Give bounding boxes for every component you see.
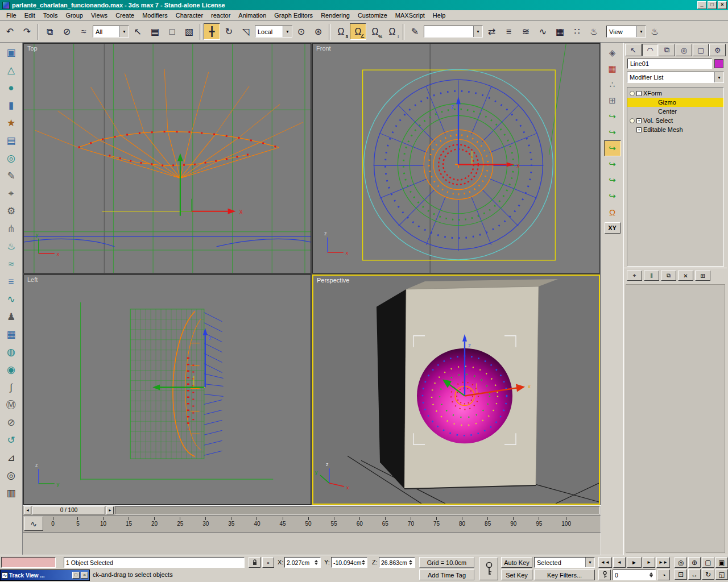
- render-type-dropdown[interactable]: View ▼: [606, 26, 646, 38]
- sphere-primitive-icon[interactable]: ●: [2, 79, 20, 97]
- pan-button[interactable]: ↔: [688, 569, 701, 580]
- box-primitive-icon[interactable]: ▣: [2, 44, 20, 61]
- previous-key-arrow[interactable]: ◄: [24, 506, 31, 514]
- unlink-selection-icon[interactable]: ⊘: [59, 23, 75, 40]
- x-coord-field[interactable]: 2.027cm: [284, 557, 321, 568]
- show-end-result-button[interactable]: ‖: [644, 271, 659, 281]
- figure-icon[interactable]: ♟: [2, 308, 20, 326]
- stack-lines-icon[interactable]: ≡: [2, 273, 20, 290]
- next-key-arrow[interactable]: ►: [106, 506, 114, 514]
- render-scene-icon[interactable]: ♨: [586, 23, 602, 40]
- time-slider-track[interactable]: [115, 506, 599, 514]
- menu-help[interactable]: Help: [429, 11, 450, 20]
- droplet-icon[interactable]: ◉: [2, 361, 20, 379]
- min-max-toggle-button[interactable]: ◱: [715, 569, 728, 580]
- zoom-extents-all-button[interactable]: ▣: [715, 557, 728, 568]
- stack-gizmo[interactable]: Gizmo: [627, 98, 723, 107]
- named-selection-dropdown[interactable]: ▼: [424, 26, 483, 38]
- magnify-tool-icon[interactable]: ⌖: [2, 185, 20, 202]
- add-time-tag-field[interactable]: Add Time Tag: [419, 569, 474, 580]
- tab-display[interactable]: ▢: [693, 44, 709, 56]
- y-coord-field[interactable]: -10.094cm: [331, 557, 367, 568]
- auto-key-button[interactable]: Auto Key: [501, 557, 532, 568]
- viewport-label-front[interactable]: Front: [316, 45, 331, 52]
- left-viewport[interactable]: z z y Left: [23, 275, 311, 505]
- trackview-close-button[interactable]: ×: [81, 572, 88, 579]
- key-selection-dropdown[interactable]: Selected ▼: [534, 557, 595, 568]
- next-frame-button[interactable]: ►: [643, 557, 655, 568]
- tab-motion[interactable]: ◎: [676, 44, 692, 56]
- select-by-name-icon[interactable]: ▤: [147, 23, 163, 40]
- curve-editor-icon[interactable]: ∿: [535, 23, 551, 40]
- menu-tools[interactable]: Tools: [39, 11, 62, 20]
- use-center-icon[interactable]: ⊙: [293, 23, 309, 40]
- window-crossing-icon[interactable]: ▧: [181, 23, 197, 40]
- expander-icon[interactable]: +: [636, 118, 642, 123]
- tab-hierarchy[interactable]: ⧉: [659, 44, 675, 56]
- spacewarp-hook-icon-6[interactable]: ↪: [604, 188, 621, 204]
- select-object-icon[interactable]: ↖: [130, 23, 146, 40]
- rectangular-region-icon[interactable]: □: [164, 23, 180, 40]
- xy-constraint-button[interactable]: XY: [605, 222, 621, 234]
- chart-icon[interactable]: ⊿: [2, 449, 20, 467]
- minimize-button[interactable]: _: [697, 1, 706, 9]
- x-spinner[interactable]: [313, 558, 318, 567]
- spacewarp-hook-icon-5[interactable]: ↪: [604, 172, 621, 188]
- m-badge-icon[interactable]: Ⓜ: [2, 396, 20, 414]
- menu-rendering[interactable]: Rendering: [317, 11, 354, 20]
- previous-frame-button[interactable]: ◄: [613, 557, 626, 568]
- select-and-move-icon[interactable]: ╋: [204, 23, 220, 40]
- redo-icon[interactable]: ↷: [19, 23, 35, 40]
- tab-create[interactable]: ↖: [625, 44, 642, 56]
- spacewarp-hook-icon-1[interactable]: ↪: [604, 109, 621, 124]
- zoom-all-button[interactable]: ⊕: [688, 557, 701, 568]
- mirror-icon[interactable]: ⇄: [483, 23, 500, 40]
- stack-vol-select[interactable]: + Vol. Select: [627, 116, 723, 125]
- key-mode-toggle-button[interactable]: [598, 569, 611, 580]
- gyroscope-icon[interactable]: ◈: [604, 45, 621, 61]
- object-name-field[interactable]: Line01: [627, 59, 712, 69]
- fork-tool-icon[interactable]: ⋔: [2, 220, 20, 238]
- time-slider-handle[interactable]: 0 / 100: [32, 506, 105, 514]
- viewport-label-top[interactable]: Top: [27, 45, 38, 52]
- spacewarp-hook-icon-3[interactable]: ↪: [604, 140, 621, 156]
- chevron-down-icon[interactable]: ▼: [473, 26, 482, 37]
- menu-graph-editors[interactable]: Graph Editors: [270, 11, 317, 20]
- spinner-snap-icon[interactable]: Ω↕: [384, 23, 400, 40]
- bind-to-spacewarp-icon[interactable]: ≈: [76, 23, 92, 40]
- star-shape-icon[interactable]: ★: [2, 114, 20, 132]
- selection-lock-button[interactable]: [249, 557, 260, 568]
- spiral-icon[interactable]: ↺: [2, 431, 20, 449]
- spray-icon[interactable]: ∴: [604, 77, 621, 93]
- menu-create[interactable]: Create: [111, 11, 138, 20]
- spring-icon[interactable]: ∿: [2, 290, 20, 308]
- menu-animation[interactable]: Animation: [234, 11, 270, 20]
- panel-grid-icon[interactable]: ▦: [2, 326, 20, 343]
- close-button[interactable]: ×: [718, 1, 727, 9]
- menu-modifiers[interactable]: Modifiers: [138, 11, 172, 20]
- z-coord-field[interactable]: 26.863cm: [379, 557, 415, 568]
- align-icon[interactable]: ≡: [500, 23, 517, 40]
- top-viewport[interactable]: X x y Top: [23, 43, 311, 273]
- curve-s-icon[interactable]: ∫: [2, 379, 20, 396]
- teapot-icon[interactable]: ♨: [2, 238, 20, 255]
- select-and-rotate-icon[interactable]: ↻: [221, 23, 237, 40]
- region-zoom-button[interactable]: ⊡: [675, 569, 687, 580]
- target-icon[interactable]: ◎: [2, 467, 20, 484]
- menu-group[interactable]: Group: [61, 11, 87, 20]
- stack-center[interactable]: Center: [627, 107, 723, 116]
- select-and-manipulate-icon[interactable]: ⊛: [310, 23, 326, 40]
- perspective-viewport-canvas[interactable]: z x z x y: [313, 276, 599, 504]
- bulb-icon[interactable]: [630, 118, 635, 123]
- absolute-offset-toggle[interactable]: ▫: [262, 557, 274, 568]
- selection-filter-dropdown[interactable]: All ▼: [93, 26, 129, 38]
- expander-icon[interactable]: +: [636, 127, 642, 132]
- bricks-icon[interactable]: ▦: [604, 61, 621, 77]
- key-filters-button[interactable]: Key Filters...: [534, 569, 595, 580]
- pencil-tool-icon[interactable]: ✎: [2, 167, 20, 185]
- arc-rotate-button[interactable]: ↻: [702, 569, 714, 580]
- set-keys-button[interactable]: [479, 557, 498, 580]
- menu-customize[interactable]: Customize: [354, 11, 391, 20]
- angle-snap-icon[interactable]: Ω∠: [350, 23, 366, 40]
- cylinder-primitive-icon[interactable]: ▮: [2, 97, 20, 114]
